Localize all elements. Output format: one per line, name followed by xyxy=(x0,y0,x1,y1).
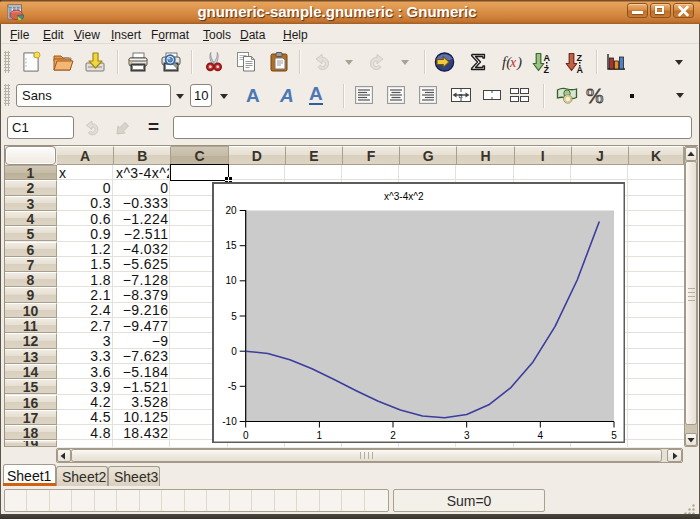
svg-text:1: 1 xyxy=(316,429,322,440)
svg-text:A: A xyxy=(544,53,551,63)
svg-text:2: 2 xyxy=(390,429,396,440)
svg-text:Z: Z xyxy=(577,53,583,63)
svg-text:15: 15 xyxy=(225,240,237,251)
svg-text:5: 5 xyxy=(611,429,617,440)
svg-text:x^3-4x^2: x^3-4x^2 xyxy=(384,191,424,202)
svg-text:5: 5 xyxy=(231,310,237,321)
svg-text:4: 4 xyxy=(537,429,543,440)
svg-text:10: 10 xyxy=(225,275,237,286)
svg-text:3: 3 xyxy=(463,429,469,440)
svg-text:a: a xyxy=(459,92,463,99)
svg-text:): ) xyxy=(516,54,522,71)
svg-text:Z: Z xyxy=(544,65,550,74)
svg-text:-10: -10 xyxy=(222,416,237,427)
svg-text:0: 0 xyxy=(231,345,237,356)
svg-text:-5: -5 xyxy=(227,380,236,391)
svg-text:0: 0 xyxy=(242,429,248,440)
svg-text:%: % xyxy=(586,84,604,107)
svg-text:A: A xyxy=(577,65,584,74)
svg-text:20: 20 xyxy=(225,205,237,216)
svg-text:x: x xyxy=(509,55,517,70)
